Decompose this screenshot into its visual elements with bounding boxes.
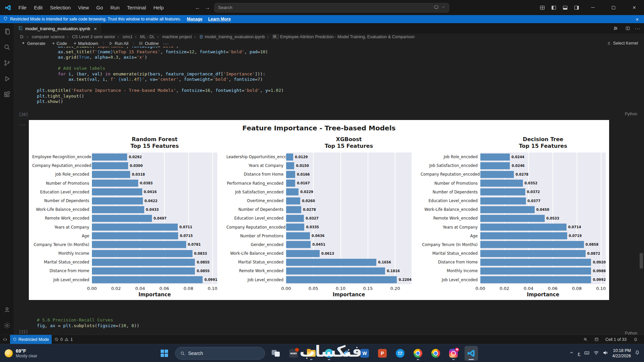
toggle-secondary-sidebar-icon[interactable] [572, 3, 582, 12]
menu-help[interactable]: Help [150, 3, 167, 12]
touch-keyboard-icon[interactable] [584, 350, 590, 357]
taskbar-search[interactable]: Search [175, 347, 265, 360]
menu-selection[interactable]: Selection [46, 3, 74, 12]
language-indicator[interactable]: ع [578, 351, 580, 356]
cell-language[interactable]: Python [625, 331, 637, 335]
generate-button[interactable]: Generate [19, 40, 48, 47]
crumb-file[interactable]: model_training_evaluation.ipynb [192, 35, 265, 39]
toggle-sidebar-icon[interactable] [549, 3, 559, 12]
extensions-icon[interactable] [0, 88, 14, 101]
x-axis-label: Importance [480, 292, 606, 298]
x-tick-label: 0.00 [476, 286, 485, 291]
subplot-body: Leadership Opportunities_encodedYears at… [226, 153, 412, 284]
subplot-xgboost: XGBoostTop 15 FeaturesLeadership Opportu… [226, 136, 412, 298]
menu-run[interactable]: Run [107, 3, 123, 12]
vscode-logo-icon [5, 4, 11, 11]
outlook-icon[interactable] [393, 346, 407, 361]
bar-value-label: 0.0129 [295, 155, 308, 159]
tray-bell-icon[interactable] [635, 350, 640, 357]
account-icon[interactable] [0, 303, 14, 316]
scrollbar[interactable] [640, 253, 643, 268]
add-markdown-button[interactable]: + Markdown [71, 40, 100, 47]
y-tick-label: Age [421, 232, 480, 240]
maximize-button[interactable] [604, 0, 623, 15]
m365-icon[interactable]: M365 [287, 346, 300, 361]
manage-link[interactable]: Manage [187, 17, 203, 21]
minimize-button[interactable] [583, 0, 602, 15]
word-icon[interactable]: W [358, 346, 371, 361]
menu-terminal[interactable]: Terminal [123, 3, 150, 12]
cell-language[interactable]: Python [625, 112, 637, 116]
weather-widget[interactable]: 69°F Mostly clear [5, 348, 37, 358]
tab-title: model_training_evaluation.ipynb [25, 26, 90, 31]
chrome-icon[interactable] [411, 346, 425, 361]
search-icon[interactable] [0, 41, 14, 54]
menu-file[interactable]: File [15, 3, 30, 12]
remote-indicator-icon[interactable] [0, 335, 10, 344]
bar-row: 0.0422 [92, 196, 217, 205]
start-button[interactable] [158, 346, 171, 361]
store-icon[interactable] [340, 346, 354, 361]
sliders-icon[interactable] [610, 24, 621, 33]
powerpoint-icon[interactable]: P [376, 346, 389, 361]
crumb-folder[interactable]: CS Level 3 semi senior [65, 35, 115, 39]
crumb-folder[interactable]: machine project [155, 35, 192, 39]
more-actions-icon[interactable]: ··· [635, 25, 641, 31]
y-tick-label: Performance Rating_encoded [226, 179, 286, 188]
toolbar-more-icon[interactable]: ··· [163, 41, 169, 46]
customize-layout-icon[interactable] [537, 3, 547, 12]
command-center-search[interactable]: Search [214, 3, 449, 12]
volume-icon[interactable] [603, 350, 608, 357]
chrome-icon-2[interactable] [429, 346, 442, 361]
tab-close-icon[interactable]: × [94, 26, 97, 32]
screencast-icon[interactable] [434, 5, 439, 11]
tray-chevron-up-icon[interactable] [569, 350, 574, 356]
chevron-down-icon[interactable] [441, 5, 445, 10]
wifi-icon[interactable] [593, 350, 599, 357]
split-editor-icon[interactable] [623, 24, 633, 33]
task-view-icon[interactable] [269, 346, 282, 361]
zoom-icon[interactable] [581, 337, 590, 342]
cell-indicator[interactable]: Cell 1 of 33 [603, 337, 629, 342]
menu-view[interactable]: View [74, 3, 93, 12]
clock[interactable]: 10:18 PM 4/22/2026 [612, 348, 631, 359]
back-arrow-icon[interactable]: ← [195, 4, 201, 11]
source-control-icon[interactable] [0, 57, 14, 69]
bar-value-label: 0.0300 [130, 164, 143, 168]
learn-more-link[interactable]: Learn More [208, 17, 231, 21]
code-cell[interactable]: ax.set_xlabel('Importance', fontweight='… [37, 47, 284, 105]
outline-button[interactable]: Outline [137, 40, 161, 47]
notebook-toolbar: Generate + Code + Markdown Run All [14, 40, 644, 47]
menu-go[interactable]: Go [93, 3, 107, 12]
problems-status[interactable]: 0 1 [52, 335, 75, 344]
instagram-icon[interactable]: ♥ [447, 346, 460, 361]
notifications-bell-icon[interactable] [631, 337, 641, 342]
menu-edit[interactable]: Edit [30, 3, 46, 12]
crumb-heading[interactable]: M↓ Employee Attrition Prediction - Model… [265, 35, 414, 39]
banner-close-icon[interactable]: × [634, 16, 641, 22]
restricted-mode-status[interactable]: Restricted Mode [10, 335, 52, 344]
crumb-folder[interactable]: sms1 [115, 35, 132, 39]
y-tick-label: Education Level_encoded [32, 188, 92, 196]
explorer-icon[interactable] [0, 25, 14, 38]
tab-notebook[interactable]: model_training_evaluation.ipynb × [14, 23, 101, 34]
forward-arrow-icon[interactable]: → [205, 4, 210, 11]
select-kernel-button[interactable]: Select Kernel [607, 41, 638, 46]
x-tick-label: 0.10 [208, 286, 217, 291]
layout-icon[interactable] [592, 337, 601, 342]
close-button[interactable]: × [625, 0, 644, 15]
vscode-taskbar-icon[interactable] [465, 346, 478, 361]
output-options-icon[interactable]: ··· [19, 122, 25, 127]
run-debug-icon[interactable] [0, 72, 14, 85]
crumb-folder[interactable]: ML - DL [132, 35, 155, 39]
crumb-drive[interactable]: D: [20, 35, 24, 39]
add-code-button[interactable]: + Code [50, 40, 69, 47]
file-explorer-icon[interactable] [305, 346, 318, 361]
y-tick-label: Years at Company [421, 223, 480, 232]
settings-gear-icon[interactable] [0, 319, 14, 332]
run-all-button[interactable]: Run All [106, 40, 131, 47]
crumb-folder[interactable]: computer science [24, 35, 65, 39]
toggle-panel-icon[interactable] [560, 3, 570, 12]
code-cell[interactable]: # 5.6 Precision-Recall Curvesfig, ax = p… [37, 317, 139, 328]
edge-icon[interactable] [322, 346, 336, 361]
